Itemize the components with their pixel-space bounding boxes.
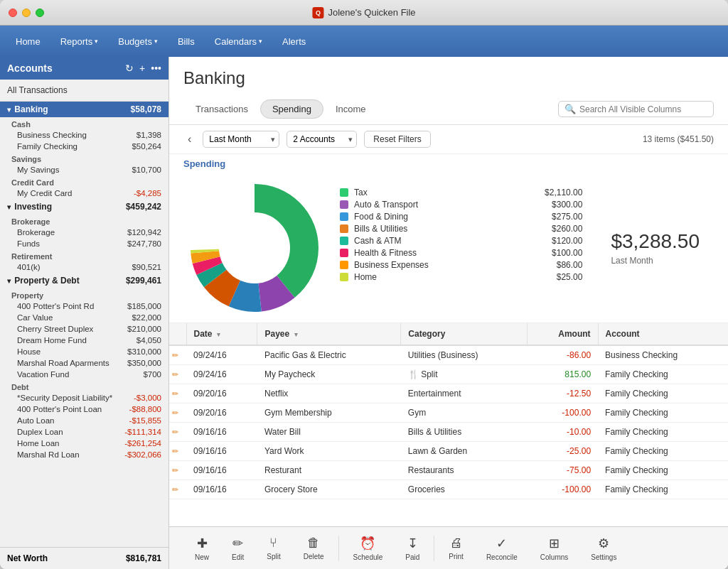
marshal-road-item[interactable]: Marshal Road Aparments$350,000 [0,357,168,369]
search-bar[interactable]: 🔍 [558,101,714,117]
edit-pencil-icon[interactable]: ✏ [172,351,178,359]
legend-business: Business Expenses $86.00 [340,260,582,270]
table-row[interactable]: ✏ 09/16/16 Resturant Restaurants -75.00 … [169,461,728,480]
vacation-fund-item[interactable]: Vacation Fund$700 [0,369,168,380]
net-worth-value: $816,781 [126,553,161,563]
funds-item[interactable]: Funds$247,780 [0,238,168,249]
nav-budgets[interactable]: Budgets ▾ [108,32,168,51]
nav-bills[interactable]: Bills [168,32,205,51]
nav-alerts[interactable]: Alerts [272,32,316,51]
nav-reports[interactable]: Reports ▾ [50,32,109,51]
split-button[interactable]: ⑂ Split [255,531,291,565]
filter-info: 13 items ($451.50) [643,134,714,144]
new-button[interactable]: ✚ New [183,531,220,565]
brokerage-item[interactable]: Brokerage$120,942 [0,227,168,238]
cell-account: Business Checking [598,345,728,365]
tab-transactions[interactable]: Transactions [183,99,260,119]
car-value-item[interactable]: Car Value$22,000 [0,312,168,323]
print-button[interactable]: 🖨 Print [437,531,475,565]
cherry-street-duplex-item[interactable]: Cherry Street Duplex$210,000 [0,323,168,335]
duplex-loan-item[interactable]: Duplex Loan-$111,314 [0,426,168,438]
banking-group-header[interactable]: ▾ Banking $58,078 [0,102,168,117]
edit-pencil-icon[interactable]: ✏ [172,389,178,398]
potters-point-loan-item[interactable]: 400 Potter's Point Loan-$88,800 [0,403,168,415]
filter-bar: ‹ Last Month This Month Last 3 Months 2 … [169,125,728,154]
cell-date: 09/20/16 [186,403,257,423]
home-loan-item[interactable]: Home Loan-$261,254 [0,438,168,449]
cell-date: 09/20/16 [186,384,257,403]
401k-item[interactable]: 401(k)$90,521 [0,261,168,273]
all-transactions-item[interactable]: All Transactions [0,80,168,102]
credit-card-subheader: Credit Card [0,175,168,188]
table-row[interactable]: ✏ 09/16/16 Grocery Store Groceries -100.… [169,480,728,499]
accounts-select-wrap[interactable]: 2 Accounts All Accounts [287,131,357,148]
cash-subheader: Cash [0,117,168,129]
period-select[interactable]: Last Month This Month Last 3 Months [203,131,279,148]
cell-payee: Yard Work [257,442,401,461]
schedule-button[interactable]: ⏰ Schedule [342,531,395,565]
table-row[interactable]: ✏ 09/20/16 Netflix Entertainment -12.50 … [169,384,728,403]
tab-spending[interactable]: Spending [260,99,323,119]
my-savings-item[interactable]: My Savings$10,700 [0,164,168,175]
dream-home-fund-item[interactable]: Dream Home Fund$4,050 [0,335,168,346]
maximize-button[interactable] [36,9,44,17]
edit-pencil-icon[interactable]: ✏ [172,408,178,417]
app-icon: Q [312,7,323,18]
close-button[interactable] [9,9,17,17]
col-amount[interactable]: Amount [528,323,598,345]
cell-amount: -86.00 [528,345,598,365]
my-credit-card-item[interactable]: My Credit Card-$4,285 [0,188,168,199]
business-checking-item[interactable]: Business Checking$1,398 [0,129,168,141]
table-row[interactable]: ✏ 09/24/16 My Paycheck 🍴 Split 815.00 Fa… [169,365,728,384]
cell-payee: Gym Membership [257,403,401,423]
edit-pencil-icon[interactable]: ✏ [172,466,178,475]
edit-button[interactable]: ✏ Edit [220,531,255,565]
paid-button[interactable]: ↧ Paid [394,531,431,565]
tab-income[interactable]: Income [323,99,378,119]
table-row[interactable]: ✏ 09/24/16 Pacific Gas & Electric Utilit… [169,345,728,365]
auto-loan-item[interactable]: Auto Loan-$15,855 [0,415,168,426]
accounts-select[interactable]: 2 Accounts All Accounts [287,131,357,148]
cell-payee: Resturant [257,461,401,480]
table-row[interactable]: ✏ 09/16/16 Water Bill Bills & Utilities … [169,423,728,442]
legend-color-business [340,261,348,269]
minimize-button[interactable] [22,9,31,17]
col-payee[interactable]: Payee ▾ [257,323,401,345]
marshal-rd-loan-item[interactable]: Marshal Rd Loan-$302,066 [0,449,168,460]
navbar: Home Reports ▾ Budgets ▾ Bills Calendars… [0,26,728,57]
prev-period-button[interactable]: ‹ [183,131,196,147]
add-account-icon[interactable]: + [139,63,145,74]
columns-button[interactable]: ⊞ Columns [529,531,579,565]
house-item[interactable]: House$310,000 [0,346,168,357]
more-icon[interactable]: ••• [151,63,161,74]
table-row[interactable]: ✏ 09/20/16 Gym Membership Gym -100.00 Fa… [169,403,728,423]
security-deposit-item[interactable]: *Security Deposit Liability*-$3,000 [0,392,168,403]
search-input[interactable] [579,104,707,114]
edit-pencil-icon[interactable]: ✏ [172,370,178,379]
nav-home[interactable]: Home [6,32,50,51]
table-row[interactable]: ✏ 09/16/16 Yard Work Lawn & Garden -25.0… [169,442,728,461]
refresh-icon[interactable]: ↻ [125,63,134,74]
edit-pencil-icon[interactable]: ✏ [172,485,178,494]
sidebar-footer: Net Worth $816,781 [0,547,168,569]
sidebar-actions[interactable]: ↻ + ••• [125,63,161,74]
reset-filters-button[interactable]: Reset Filters [364,131,430,148]
edit-pencil-icon[interactable]: ✏ [172,428,178,436]
col-category[interactable]: Category [401,323,528,345]
property-debt-group-header[interactable]: ▾ Property & Debt $299,461 [0,273,168,288]
col-date[interactable]: Date ▾ [186,323,257,345]
reconcile-button[interactable]: ✓ Reconcile [475,531,529,565]
cell-category: Bills & Utilities [401,423,528,442]
nav-calendars[interactable]: Calendars ▾ [205,32,272,51]
tabs-bar: Transactions Spending Income 🔍 [169,94,728,125]
edit-pencil-icon[interactable]: ✏ [172,447,178,455]
window-controls[interactable] [9,9,44,17]
settings-button[interactable]: ⚙ Settings [579,531,628,565]
spending-legend: Tax $2,110.00 Auto & Transport $300.00 F… [340,180,582,315]
period-select-wrap[interactable]: Last Month This Month Last 3 Months [203,131,279,148]
investing-group-header[interactable]: ▾ Investing $459,242 [0,199,168,215]
family-checking-item[interactable]: Family Checking$50,264 [0,141,168,152]
col-account[interactable]: Account [598,323,728,345]
delete-button[interactable]: 🗑 Delete [292,531,336,565]
potters-point-item[interactable]: 400 Potter's Point Rd$185,000 [0,300,168,312]
